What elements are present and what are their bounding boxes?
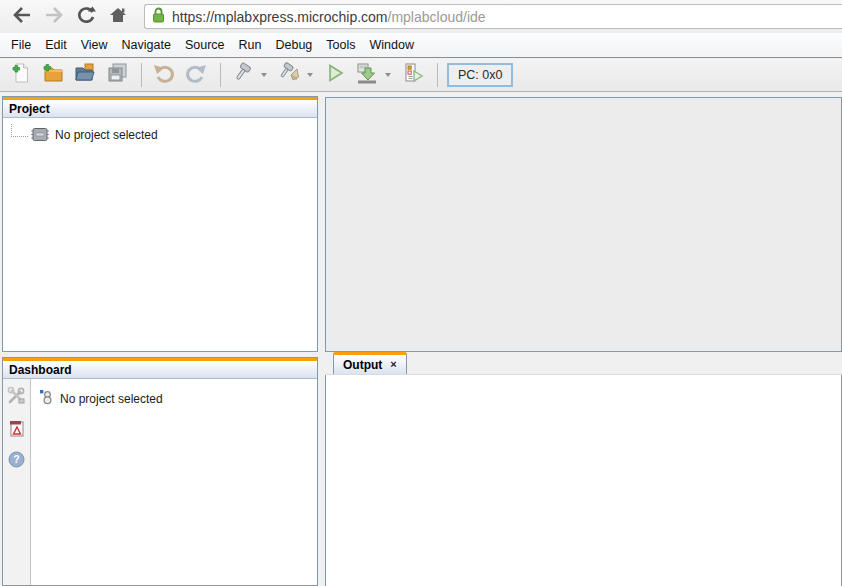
redo-button[interactable] xyxy=(181,62,211,89)
program-dropdown-caret[interactable] xyxy=(385,73,391,77)
main-toolbar: PC: 0x0 xyxy=(0,59,842,92)
url-secure-text: https://mplabxpress.microchip.com xyxy=(172,9,388,25)
toolbar-separator xyxy=(437,63,438,87)
save-all-button[interactable] xyxy=(102,62,132,89)
clean-build-project-icon xyxy=(277,61,301,89)
menu-source[interactable]: Source xyxy=(178,35,232,55)
refresh-button[interactable] xyxy=(72,5,100,29)
forward-icon xyxy=(43,5,65,29)
dashboard-panel: Dashboard ? No project select xyxy=(2,357,318,586)
menu-debug[interactable]: Debug xyxy=(268,35,319,55)
run-project-icon xyxy=(323,61,347,89)
undo-icon xyxy=(152,61,176,89)
refresh-icon xyxy=(75,5,97,29)
project-panel: Project No project selected xyxy=(2,96,318,352)
pc-register-field[interactable]: PC: 0x0 xyxy=(447,63,513,87)
clean-build-project-button[interactable] xyxy=(274,62,304,89)
dashboard-body: ? No project selected xyxy=(3,379,317,585)
tab-output[interactable]: Output × xyxy=(333,352,407,374)
menu-edit[interactable]: Edit xyxy=(38,35,74,55)
dashboard-empty-node[interactable]: No project selected xyxy=(39,389,317,408)
clean-build-dropdown-caret[interactable] xyxy=(307,73,313,77)
project-panel-header: Project xyxy=(3,97,317,118)
toolbar-separator xyxy=(220,63,221,87)
dashboard-toolbar-strip: ? xyxy=(3,379,31,585)
project-tree: No project selected xyxy=(3,127,317,142)
close-icon[interactable]: × xyxy=(390,359,396,370)
workspace: Project No project selected Dashboard xyxy=(0,92,842,586)
redo-icon xyxy=(184,61,208,89)
build-project-button[interactable] xyxy=(228,62,258,89)
make-program-device-button[interactable] xyxy=(352,62,382,89)
menu-navigate[interactable]: Navigate xyxy=(115,35,178,55)
dashboard-panel-title: Dashboard xyxy=(9,363,72,377)
new-project-icon xyxy=(41,61,65,89)
project-empty-label: No project selected xyxy=(55,128,158,142)
output-panel: Output × xyxy=(325,352,842,586)
menu-file[interactable]: File xyxy=(4,35,38,55)
editor-area[interactable] xyxy=(325,97,842,352)
url-path-text: /mplabcloud/ide xyxy=(388,9,486,25)
browser-chrome: https://mplabxpress.microchip.com/mplabc… xyxy=(0,0,842,33)
open-project-button[interactable] xyxy=(70,62,100,89)
menu-bar: File Edit View Navigate Source Run Debug… xyxy=(0,33,842,58)
home-button[interactable] xyxy=(104,5,132,29)
home-icon xyxy=(107,5,129,29)
chip-icon xyxy=(30,127,50,142)
help-glyph: ? xyxy=(13,453,19,465)
back-icon xyxy=(11,5,33,29)
menu-window[interactable]: Window xyxy=(363,35,421,55)
output-tabstrip: Output × xyxy=(325,352,842,375)
menu-tools[interactable]: Tools xyxy=(319,35,362,55)
project-empty-node[interactable]: No project selected xyxy=(11,127,317,142)
output-tab-label: Output xyxy=(343,358,382,372)
project-properties-button[interactable] xyxy=(7,387,26,410)
build-project-icon xyxy=(231,61,255,89)
undo-button[interactable] xyxy=(149,62,179,89)
build-dropdown-caret[interactable] xyxy=(261,73,267,77)
tree-connector xyxy=(11,124,28,137)
output-content[interactable] xyxy=(325,375,842,586)
read-device-memory-icon xyxy=(401,61,425,89)
address-bar[interactable]: https://mplabxpress.microchip.com/mplabc… xyxy=(144,4,842,29)
pdf-datasheet-button[interactable] xyxy=(8,419,26,442)
project-group-icon xyxy=(39,389,54,408)
make-program-device-icon xyxy=(354,61,380,89)
new-project-button[interactable] xyxy=(38,62,68,89)
toolbar-separator xyxy=(141,63,142,87)
dashboard-empty-label: No project selected xyxy=(60,392,163,406)
dashboard-content: No project selected xyxy=(31,379,317,585)
read-device-memory-button[interactable] xyxy=(398,62,428,89)
dashboard-panel-header: Dashboard xyxy=(3,358,317,379)
save-all-icon xyxy=(105,61,129,89)
new-file-button[interactable] xyxy=(6,62,36,89)
run-project-button[interactable] xyxy=(320,62,350,89)
menu-view[interactable]: View xyxy=(74,35,115,55)
help-button[interactable]: ? xyxy=(8,451,25,472)
new-file-icon xyxy=(9,61,33,89)
open-project-icon xyxy=(73,61,97,89)
project-panel-title: Project xyxy=(9,102,50,116)
forward-button[interactable] xyxy=(40,5,68,29)
lock-icon xyxy=(151,6,166,27)
back-button[interactable] xyxy=(8,5,36,29)
menu-run[interactable]: Run xyxy=(232,35,269,55)
